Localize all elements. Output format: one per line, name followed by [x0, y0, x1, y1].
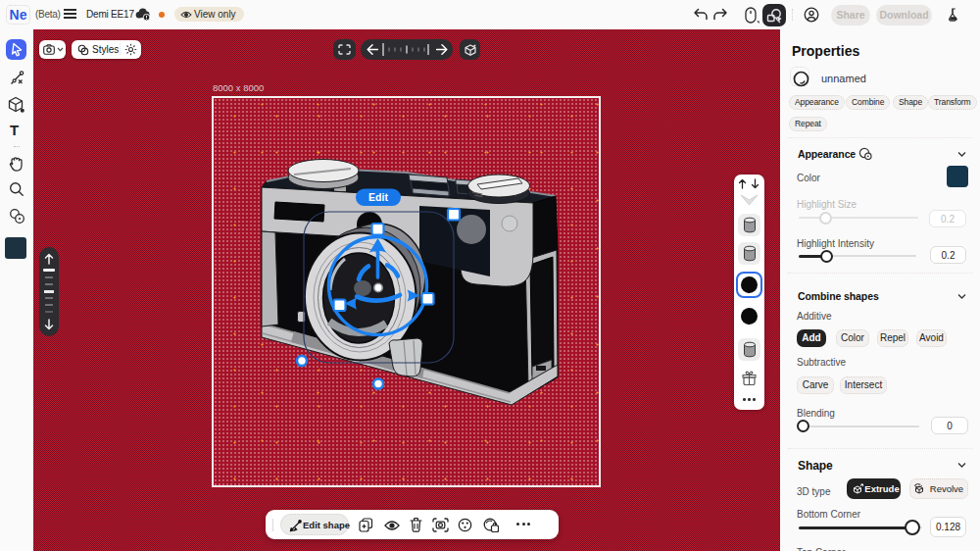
svg-text:Edit: Edit	[368, 191, 388, 203]
